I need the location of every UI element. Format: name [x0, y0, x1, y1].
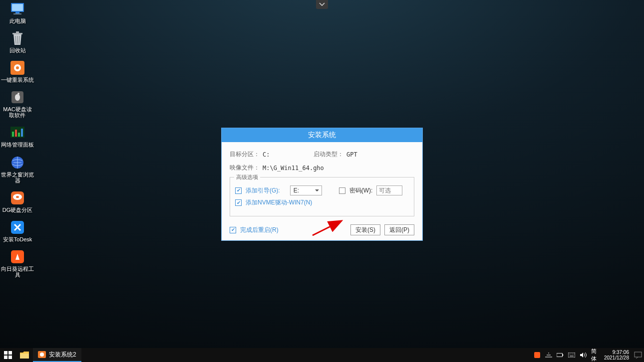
globe-icon	[10, 155, 25, 170]
svg-rect-12	[12, 132, 14, 137]
svg-rect-28	[20, 354, 29, 359]
advanced-options-group: 高级选项 添加引导(G): E: 密码(W): 添加NVME驱动-WIN7(N)	[230, 177, 414, 216]
target-partition-label: 目标分区：	[230, 150, 260, 159]
file-explorer-button[interactable]	[16, 348, 33, 362]
notification-center[interactable]	[632, 348, 644, 362]
svg-rect-33	[562, 354, 563, 356]
svg-rect-3	[13, 13, 21, 14]
desktop-icon-sunlogin-remote[interactable]: 向日葵远程工 具	[0, 249, 35, 278]
trash-icon	[10, 31, 25, 46]
svg-rect-15	[21, 129, 23, 137]
password-checkbox[interactable]	[339, 187, 345, 194]
boot-drive-select[interactable]: E:	[290, 185, 322, 195]
clock-time: 9:37:06	[604, 350, 629, 355]
image-file-label: 映像文件：	[230, 164, 260, 172]
desktop-icon-network-monitor[interactable]: 网络管理面板	[0, 125, 35, 148]
svg-rect-34	[568, 353, 575, 358]
desktop-icon-label: 世界之窗浏览 器	[1, 172, 34, 183]
tray-app-icon[interactable]	[534, 352, 541, 359]
apple-icon	[10, 90, 25, 105]
install-button[interactable]: 安装(S)	[350, 224, 380, 235]
start-button[interactable]	[0, 348, 16, 362]
svg-point-8	[16, 66, 19, 69]
nvme-driver-label[interactable]: 添加NVME驱动-WIN7(N)	[246, 198, 312, 207]
ime-text: 简体	[591, 348, 598, 362]
system-tray: 简体	[531, 352, 601, 359]
windows-icon	[4, 351, 12, 359]
svg-rect-1	[12, 4, 23, 11]
desktop-icon-label: 回收站	[9, 47, 26, 53]
reboot-after-checkbox[interactable]	[230, 227, 236, 233]
password-label[interactable]: 密码(W):	[349, 186, 373, 195]
svg-point-10	[17, 93, 19, 95]
svg-rect-5	[16, 31, 19, 33]
chevron-down-icon	[319, 2, 325, 7]
desktop-icon-world-browser[interactable]: 世界之窗浏览 器	[0, 155, 35, 183]
boot-type-label: 启动类型：	[314, 150, 343, 159]
desktop-icon-label: MAC硬盘读 取软件	[3, 106, 31, 118]
todesk-icon	[10, 220, 25, 235]
back-button[interactable]: 返回(P)	[384, 224, 414, 235]
desktop-icon-dg-partition[interactable]: DG硬盘分区	[0, 190, 35, 213]
dialog-body: 目标分区： C: 启动类型： GPT 映像文件： M:\G_Win11_64.g…	[222, 142, 422, 220]
gear-box-icon	[10, 60, 25, 75]
desktop-icon-label: 此电脑	[9, 18, 26, 24]
desktop-icon-recycle-bin[interactable]: 回收站	[0, 31, 35, 53]
disk-icon	[10, 190, 25, 205]
desktop-icon-label: 网络管理面板	[1, 142, 34, 148]
svg-rect-25	[8, 351, 12, 355]
svg-rect-31	[534, 352, 540, 358]
desktop-icon-install-todesk[interactable]: 安装ToDesk	[0, 220, 35, 242]
desktop-icon-onekey-install[interactable]: 一键重装系统	[0, 60, 35, 83]
desktop-icon-label: 向日葵远程工 具	[1, 266, 34, 278]
svg-point-30	[40, 353, 44, 357]
battery-icon[interactable]	[557, 352, 564, 359]
taskbar-clock[interactable]: 9:37:06 2021/12/28	[601, 350, 632, 361]
svg-rect-14	[18, 133, 20, 137]
taskbar-app-title: 安装系统2	[49, 351, 76, 359]
ime-indicator[interactable]: 简体	[591, 352, 598, 359]
dialog-title[interactable]: 安装系统	[222, 128, 422, 142]
app-icon	[38, 351, 46, 358]
notification-icon	[634, 352, 642, 359]
svg-rect-32	[557, 354, 562, 357]
desktop-icons: 此电脑 回收站 一键重装系统	[0, 1, 35, 285]
svg-rect-4	[12, 33, 22, 34]
boot-type-value: GPT	[346, 151, 357, 158]
advanced-options-legend: 高级选项	[234, 174, 260, 181]
password-input[interactable]	[376, 185, 402, 195]
svg-rect-35	[635, 352, 642, 357]
desktop-icon-label: 安装ToDesk	[3, 236, 32, 242]
volume-icon[interactable]	[580, 352, 587, 359]
desktop-icon-mac-disk-read[interactable]: MAC硬盘读 取软件	[0, 90, 35, 118]
sunlogin-icon	[10, 249, 25, 264]
svg-line-23	[313, 221, 340, 235]
keyboard-icon[interactable]	[568, 352, 575, 359]
folder-icon	[20, 352, 29, 359]
svg-rect-26	[4, 356, 7, 359]
desktop-icon-label: DG硬盘分区	[2, 207, 33, 213]
svg-rect-27	[8, 356, 12, 359]
boot-drive-select-value: E:	[294, 187, 299, 194]
network-icon[interactable]	[545, 352, 552, 359]
svg-rect-2	[15, 12, 19, 13]
target-partition-value: C:	[263, 151, 303, 158]
desktop-icon-label: 一键重装系统	[1, 77, 34, 83]
taskbar-app-install-system[interactable]: 安装系统2	[33, 348, 81, 362]
nvme-driver-checkbox[interactable]	[235, 199, 242, 206]
clock-date: 2021/12/28	[604, 355, 629, 361]
add-boot-label[interactable]: 添加引导(G):	[246, 186, 280, 195]
desktop-icon-this-pc[interactable]: 此电脑	[0, 1, 35, 24]
add-boot-checkbox[interactable]	[235, 187, 242, 194]
top-expand-bar[interactable]	[316, 0, 328, 9]
svg-rect-13	[15, 130, 17, 137]
svg-point-19	[16, 196, 19, 198]
reboot-after-label[interactable]: 完成后重启(R)	[240, 226, 279, 234]
monitor-icon	[10, 1, 25, 16]
svg-rect-24	[4, 351, 7, 355]
red-arrow-annotation	[310, 218, 349, 238]
image-file-value: M:\G_Win11_64.gho	[263, 165, 324, 172]
taskbar: 安装系统2 简体 9:37:06 2021/12/28	[0, 348, 644, 362]
chart-icon	[10, 125, 25, 140]
